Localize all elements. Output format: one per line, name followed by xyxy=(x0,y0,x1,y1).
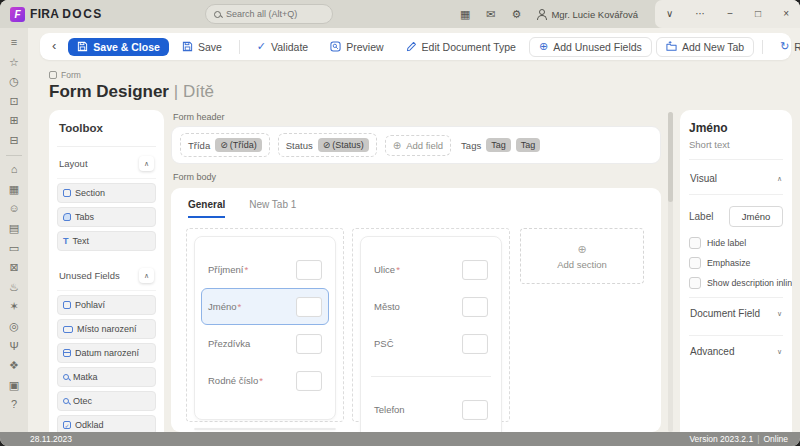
events-icon[interactable]: ♨ xyxy=(9,282,19,293)
add-new-tab-button[interactable]: Add New Tab xyxy=(656,37,754,57)
toolbox-item-tabs[interactable]: Tabs xyxy=(57,207,156,227)
window-maximize-icon[interactable]: □ xyxy=(755,9,761,19)
archive-icon[interactable]: ⊠ xyxy=(9,262,18,273)
apps-icon[interactable]: ▤ xyxy=(9,223,19,234)
meals-icon[interactable]: Ψ xyxy=(9,341,18,352)
toolbox-section-unused-fields[interactable]: Unused Fields ∧ xyxy=(57,259,156,291)
gallery-icon[interactable]: ⊞ xyxy=(9,115,18,126)
field-input-box[interactable] xyxy=(462,334,488,354)
validate-button[interactable]: ✓ Validate xyxy=(248,38,317,56)
toolbox-item-misto-narozeni[interactable]: Místo narození xyxy=(57,319,156,339)
favorites-icon[interactable]: ☆ xyxy=(9,57,19,68)
tag-pill[interactable]: Tag xyxy=(486,138,511,152)
id-card-icon[interactable]: ⊟ xyxy=(9,135,18,146)
preview-button[interactable]: Preview xyxy=(321,38,392,56)
window-minimize-icon[interactable]: − xyxy=(727,9,733,19)
collapse-chevron-icon[interactable]: ∧ xyxy=(777,175,782,183)
field-prezdivka[interactable]: Přezdívka xyxy=(201,325,329,362)
home-icon[interactable]: ⌂ xyxy=(11,164,18,175)
hide-label-checkbox-row[interactable]: Hide label xyxy=(689,237,783,249)
field-input-box[interactable] xyxy=(462,260,488,280)
window-dropdown-icon[interactable]: ∨ xyxy=(666,9,673,19)
properties-subtitle: Short text xyxy=(689,139,783,160)
people-icon[interactable]: ◎ xyxy=(9,321,19,332)
menu-icon[interactable]: ≡ xyxy=(11,37,17,48)
refresh-button[interactable]: ↻ Refresh xyxy=(771,38,800,56)
settings-gear-icon[interactable]: ⚙ xyxy=(512,9,522,20)
achievements-icon[interactable]: ✶ xyxy=(9,301,18,312)
external-window-icon[interactable]: ⊡ xyxy=(9,96,18,107)
show-description-inline-checkbox-row[interactable]: Show description inline xyxy=(689,277,783,289)
field-psc[interactable]: PSČ xyxy=(367,325,495,362)
field-input-box[interactable] xyxy=(296,260,322,280)
trida-value-pill[interactable]: ⊘ (Třída) xyxy=(215,138,262,152)
user-name: Mgr. Lucie Kovářová xyxy=(551,9,638,20)
toolbox-item-text[interactable]: T Text xyxy=(57,231,156,251)
field-input-box[interactable] xyxy=(296,297,322,317)
toolbox-item-pohlavi[interactable]: Pohlaví xyxy=(57,295,156,315)
document-field-section-header[interactable]: Document Field ∨ xyxy=(689,297,783,329)
search-input[interactable] xyxy=(226,9,324,19)
tab-general[interactable]: General xyxy=(188,199,225,218)
media-icon[interactable]: ▭ xyxy=(9,243,19,254)
field-input-box[interactable] xyxy=(296,371,322,391)
collapse-chevron-icon[interactable]: ∧ xyxy=(139,156,154,171)
history-icon[interactable]: ◷ xyxy=(9,76,19,87)
toolbox-item-otec[interactable]: Otec xyxy=(57,391,156,411)
field-ulice[interactable]: Ulice* xyxy=(367,251,495,288)
save-button[interactable]: Save xyxy=(173,38,231,56)
header-field-trida[interactable]: Třída ⊘ (Třída) xyxy=(180,133,270,157)
checkbox[interactable] xyxy=(689,257,701,269)
field-telefon[interactable]: Telefon xyxy=(367,391,495,428)
scrollbar-thumb[interactable] xyxy=(668,112,673,202)
toolbox-section-layout[interactable]: Layout ∧ xyxy=(57,147,156,179)
add-unused-fields-button[interactable]: ⊕ Add Unused Fields xyxy=(529,37,652,57)
field-rodne-cislo[interactable]: Rodné číslo* xyxy=(201,362,329,399)
add-field-button[interactable]: ⊕ Add field xyxy=(385,135,451,156)
window-close-icon[interactable]: × xyxy=(783,9,789,19)
field-input-box[interactable] xyxy=(462,400,488,420)
organization-icon[interactable]: ▦ xyxy=(9,184,19,195)
canvas-scrollbar[interactable] xyxy=(668,112,673,432)
field-prijmeni[interactable]: Příjmení* xyxy=(201,251,329,288)
toolbox-item-section[interactable]: Section xyxy=(57,183,156,203)
toolbox-item-matka[interactable]: Matka xyxy=(57,367,156,387)
collapse-chevron-icon[interactable]: ∧ xyxy=(139,268,154,283)
toolbox-item-odklad[interactable]: Odklad xyxy=(57,415,156,432)
edit-document-type-button[interactable]: Edit Document Type xyxy=(397,38,525,56)
advanced-section-header[interactable]: Advanced ∨ xyxy=(689,335,783,367)
packages-icon[interactable]: ▣ xyxy=(9,380,19,391)
label-property-input[interactable] xyxy=(729,206,783,227)
calendar-icon[interactable]: ▦ xyxy=(460,9,470,20)
mail-icon[interactable]: ✉ xyxy=(486,9,495,20)
emphasize-checkbox-row[interactable]: Emphasize xyxy=(689,257,783,269)
field-input-box[interactable] xyxy=(296,334,322,354)
field-input-box[interactable] xyxy=(462,297,488,317)
protection-icon[interactable]: ❖ xyxy=(9,360,19,371)
help-icon[interactable]: ? xyxy=(11,399,17,410)
field-jmeno-selected[interactable]: Jméno* xyxy=(201,288,329,325)
expand-chevron-icon[interactable]: ∨ xyxy=(777,348,782,356)
expand-chevron-icon[interactable]: ∨ xyxy=(777,310,782,318)
tag-pill[interactable]: Tag xyxy=(516,138,541,152)
window-more-icon[interactable]: ⋯ xyxy=(695,9,705,19)
checkbox[interactable] xyxy=(689,237,701,249)
status-value-pill[interactable]: ⊘ (Status) xyxy=(318,138,369,152)
toolbox-item-datum-narozeni[interactable]: Datum narození xyxy=(57,343,156,363)
visual-section-header[interactable]: Visual ∧ xyxy=(689,169,783,195)
status-date: 28.11.2023 xyxy=(30,434,72,444)
global-search[interactable] xyxy=(205,4,333,24)
tab-new-tab-1[interactable]: New Tab 1 xyxy=(249,199,296,218)
checkbox[interactable] xyxy=(689,277,701,289)
add-section-button[interactable]: ⊕ Add section xyxy=(520,228,644,284)
breadcrumb-label[interactable]: Form xyxy=(61,70,81,80)
form-header-container: Třída ⊘ (Třída) Status ⊘ (Status) xyxy=(171,126,661,164)
header-field-status[interactable]: Status ⊘ (Status) xyxy=(278,133,377,157)
field-label: Jméno xyxy=(208,301,237,312)
back-button[interactable]: ‹ xyxy=(48,38,64,55)
section-icon xyxy=(63,189,71,197)
user-menu[interactable]: Mgr. Lucie Kovářová xyxy=(537,9,638,20)
field-mesto[interactable]: Město xyxy=(367,288,495,325)
save-and-close-button[interactable]: Save & Close xyxy=(68,38,169,56)
chat-icon[interactable]: ☺ xyxy=(8,203,19,214)
